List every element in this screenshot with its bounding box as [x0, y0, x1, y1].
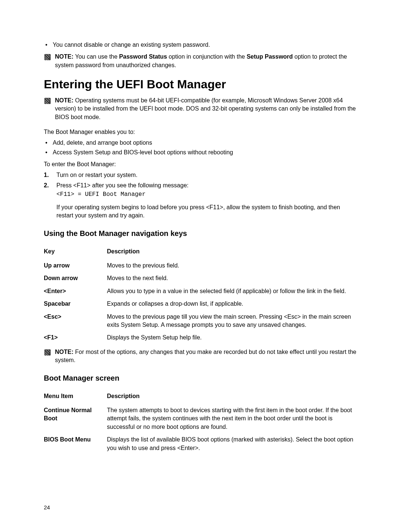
- heading-boot-manager-screen: Boot Manager screen: [44, 373, 357, 383]
- note-text: NOTE: Operating systems must be 64-bit U…: [55, 96, 357, 121]
- boot-manager-list: Add, delete, and arrange boot options Ac…: [44, 139, 357, 157]
- page-title: Entering the UEFI Boot Manager: [44, 76, 357, 93]
- note-3: NOTE: For most of the options, any chang…: [44, 348, 357, 365]
- boot-manager-screen-table: Menu Item Description Continue Normal Bo…: [44, 390, 357, 454]
- table-header: Key Description: [44, 245, 357, 259]
- note-icon: [44, 53, 51, 63]
- heading-nav-keys: Using the Boot Manager navigation keys: [44, 228, 357, 239]
- enter-intro: To enter the Boot Manager:: [44, 160, 357, 168]
- step-2-code: <F11> = UEFI Boot Manager: [56, 190, 357, 198]
- col-item: Menu Item: [44, 390, 107, 404]
- step-1: 1.Turn on or restart your system.: [44, 171, 357, 179]
- table-row: BIOS Boot MenuDisplays the list of avail…: [44, 433, 357, 454]
- list-item: Add, delete, and arrange boot options: [44, 139, 357, 147]
- col-desc: Description: [107, 245, 357, 259]
- table-row: <Enter>Allows you to type in a value in …: [44, 285, 357, 298]
- page-number: 24: [44, 503, 50, 511]
- note-text: NOTE: For most of the options, any chang…: [55, 348, 357, 365]
- note-icon: [44, 97, 51, 107]
- col-desc: Description: [107, 390, 357, 404]
- top-bullet-list: You cannot disable or change an existing…: [44, 41, 357, 49]
- list-item: You cannot disable or change an existing…: [44, 41, 357, 49]
- step-2: 2.Press <F11> after you see the followin…: [44, 181, 357, 199]
- table-row: SpacebarExpands or collapses a drop-down…: [44, 298, 357, 310]
- boot-manager-intro: The Boot Manager enables you to:: [44, 128, 357, 136]
- note-2: NOTE: Operating systems must be 64-bit U…: [44, 96, 357, 121]
- table-row: <F1>Displays the System Setup help file.: [44, 331, 357, 344]
- table-row: Down arrowMoves to the next field.: [44, 272, 357, 285]
- table-row: <Esc>Moves to the previous page till you…: [44, 311, 357, 332]
- table-row: Continue Normal BootThe system attempts …: [44, 404, 357, 433]
- col-key: Key: [44, 245, 107, 259]
- note-icon: [44, 349, 51, 358]
- list-item: Access System Setup and BIOS-level boot …: [44, 148, 357, 157]
- table-row: Up arrowMoves to the previous field.: [44, 259, 357, 272]
- note-1: NOTE: You can use the Password Status op…: [44, 53, 357, 69]
- steps-list: 1.Turn on or restart your system. 2.Pres…: [44, 171, 357, 199]
- nav-keys-table: Key Description Up arrowMoves to the pre…: [44, 245, 357, 344]
- table-header: Menu Item Description: [44, 390, 357, 404]
- step-2-after: If your operating system begins to load …: [44, 203, 357, 220]
- note-text: NOTE: You can use the Password Status op…: [55, 53, 357, 69]
